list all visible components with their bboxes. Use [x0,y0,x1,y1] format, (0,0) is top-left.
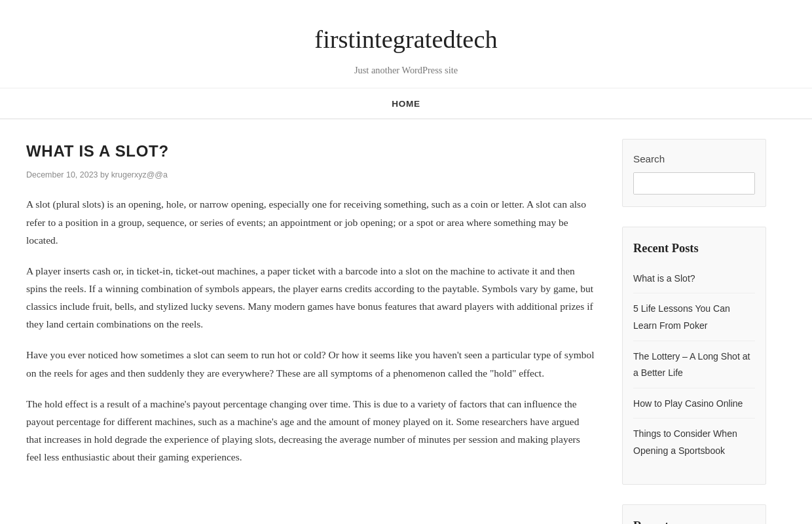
site-nav: HOME [0,88,812,119]
list-item: What is a Slot? [633,270,755,294]
site-header: firstintegratedtech Just another WordPre… [0,0,812,88]
nav-home-link[interactable]: HOME [392,99,420,109]
main-content: WHAT IS A SLOT? December 10, 2023 by kru… [26,139,596,524]
site-tagline: Just another WordPress site [13,63,799,78]
search-widget: Search Search [622,139,766,207]
recent-partial-widget: Recent [622,504,766,524]
post-author-link[interactable]: krugerxyz@@a [111,170,168,179]
recent-post-link-2[interactable]: 5 Life Lessons You Can Learn From Poker [633,303,730,331]
recent-post-link-3[interactable]: The Lottery – A Long Shot at a Better Li… [633,351,750,379]
site-content: WHAT IS A SLOT? December 10, 2023 by kru… [13,119,799,524]
recent-post-link-4[interactable]: How to Play Casino Online [633,398,743,409]
site-title-link[interactable]: firstintegratedtech [314,26,497,53]
post-title: WHAT IS A SLOT? [26,139,596,164]
post-date: December 10, 2023 [26,170,98,179]
recent-post-link-5[interactable]: Things to Consider When Opening a Sports… [633,428,737,456]
list-item: How to Play Casino Online [633,395,755,419]
search-input[interactable] [634,173,755,194]
search-label: Search [633,151,755,167]
article: WHAT IS A SLOT? December 10, 2023 by kru… [26,139,596,466]
post-body: A slot (plural slots) is an opening, hol… [26,195,596,466]
sidebar: Search Search Recent Posts What is a Slo… [622,139,766,524]
post-paragraph-2: A player inserts cash or, in ticket-in, … [26,262,596,333]
recent-posts-title: Recent Posts [633,239,755,261]
post-by: by [100,170,111,179]
post-author: krugerxyz@@a [111,170,168,179]
post-meta: December 10, 2023 by krugerxyz@@a [26,169,596,182]
recent-posts-widget: Recent Posts What is a Slot? 5 Life Less… [622,227,766,484]
post-paragraph-4: The hold effect is a result of a machine… [26,395,596,466]
recent-partial-title: Recent [633,517,755,524]
list-item: Things to Consider When Opening a Sports… [633,425,755,465]
recent-posts-list: What is a Slot? 5 Life Lessons You Can L… [633,270,755,466]
post-paragraph-3: Have you ever noticed how sometimes a sl… [26,346,596,381]
post-paragraph-1: A slot (plural slots) is an opening, hol… [26,195,596,248]
site-title: firstintegratedtech [314,26,497,53]
search-form: Search [633,172,755,195]
list-item: The Lottery – A Long Shot at a Better Li… [633,348,755,388]
recent-post-link-1[interactable]: What is a Slot? [633,273,695,284]
list-item: 5 Life Lessons You Can Learn From Poker [633,300,755,341]
